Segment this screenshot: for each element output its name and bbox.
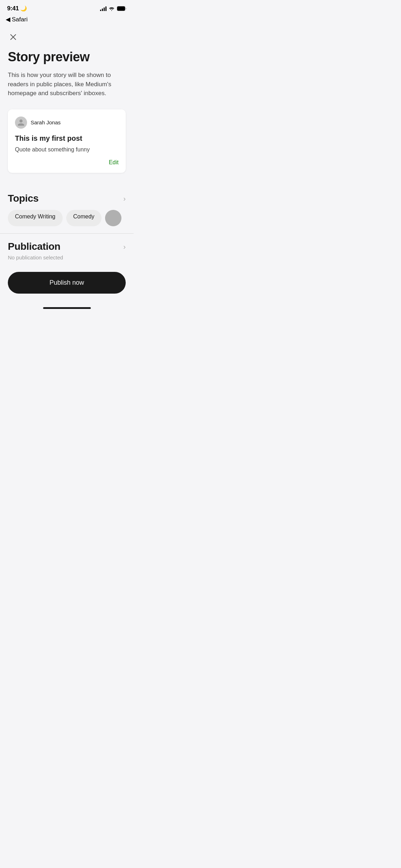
author-name: Sarah Jonas [31, 119, 61, 125]
status-bar: 9:41 🌙 [0, 0, 134, 14]
publication-chevron-icon: › [123, 243, 126, 251]
publish-button-container: Publish now [8, 266, 126, 304]
home-indicator [0, 304, 134, 312]
signal-icon [100, 6, 106, 11]
publication-section: Publication › No publication selected [8, 234, 126, 266]
svg-rect-1 [117, 6, 125, 11]
page-title: Story preview [8, 50, 126, 64]
wifi-icon [109, 6, 115, 11]
story-subtitle: Quote about something funny [15, 146, 119, 154]
topics-chevron-icon: › [123, 195, 126, 203]
status-time: 9:41 [7, 5, 19, 12]
story-title: This is my first post [15, 134, 119, 143]
back-label: Safari [12, 16, 27, 23]
page-description: This is how your story will be shown to … [8, 71, 126, 98]
close-button[interactable] [8, 32, 19, 42]
edit-link[interactable]: Edit [15, 159, 119, 166]
topics-row: Comedy Writing Comedy [8, 210, 126, 233]
nav-bar: ◀ Safari [0, 14, 134, 26]
topic-dot-more[interactable] [105, 210, 121, 226]
publication-subtitle: No publication selected [8, 254, 126, 260]
back-arrow: ◀ [6, 16, 10, 23]
topics-header[interactable]: Topics › [8, 187, 126, 210]
main-content: Story preview This is how your story wil… [0, 26, 134, 304]
battery-icon [117, 6, 126, 11]
publish-button[interactable]: Publish now [8, 272, 126, 294]
publication-title: Publication [8, 241, 61, 252]
home-bar [43, 307, 91, 309]
avatar [15, 117, 27, 129]
topics-section: Topics › Comedy Writing Comedy [8, 187, 126, 233]
topics-title: Topics [8, 193, 38, 204]
back-button[interactable]: ◀ Safari [6, 16, 27, 23]
preview-card: Sarah Jonas This is my first post Quote … [8, 109, 126, 173]
author-row: Sarah Jonas [15, 117, 119, 129]
topic-tag-comedy-writing[interactable]: Comedy Writing [8, 210, 63, 226]
moon-icon: 🌙 [20, 5, 27, 12]
status-icons [100, 6, 126, 11]
topic-tag-comedy[interactable]: Comedy [66, 210, 102, 226]
publication-header[interactable]: Publication › [8, 241, 126, 252]
